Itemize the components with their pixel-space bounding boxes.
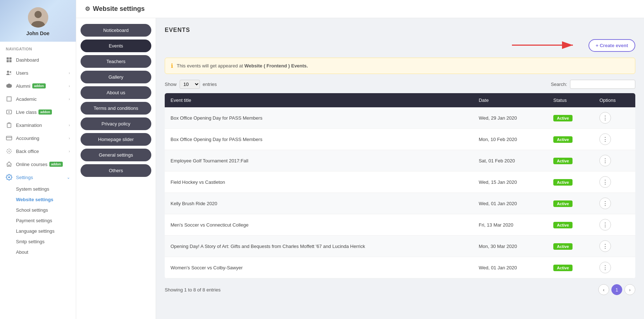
col-date: Date bbox=[473, 93, 547, 107]
status-badge: Active bbox=[553, 243, 573, 250]
show-entries: Show 10 25 50 100 entries bbox=[165, 80, 217, 89]
page-header: ⚙ Website settings bbox=[76, 0, 644, 18]
sidebar-item-about[interactable]: About bbox=[16, 247, 76, 257]
svg-rect-10 bbox=[7, 136, 12, 140]
entries-select[interactable]: 10 25 50 100 bbox=[180, 80, 200, 89]
row-options-button[interactable]: ⋮ bbox=[599, 133, 611, 145]
table-row: Field Hockey vs Castleton Wed, 15 Jan 20… bbox=[165, 171, 635, 193]
event-status-cell: Active bbox=[547, 257, 594, 278]
event-options-cell: ⋮ bbox=[594, 193, 635, 214]
user-name: John Doe bbox=[4, 30, 72, 36]
ws-nav-others[interactable]: Others bbox=[81, 164, 151, 177]
ws-nav-about-us[interactable]: About us bbox=[81, 86, 151, 99]
gear-icon: ⚙ bbox=[85, 5, 90, 12]
ws-nav-gallery[interactable]: Gallery bbox=[81, 71, 151, 83]
event-options-cell: ⋮ bbox=[594, 236, 635, 257]
sidebar-item-alumni[interactable]: Alumni addon › bbox=[0, 79, 76, 92]
sidebar-item-label: Back office bbox=[16, 149, 39, 154]
row-options-button[interactable]: ⋮ bbox=[599, 112, 611, 124]
search-control: Search: bbox=[551, 80, 635, 89]
sidebar-item-users[interactable]: Users › bbox=[0, 66, 76, 79]
row-options-button[interactable]: ⋮ bbox=[599, 240, 611, 252]
ws-nav-general-settings[interactable]: General settings bbox=[81, 149, 151, 161]
addon-badge: addon bbox=[32, 83, 46, 88]
info-banner: ℹ This events will get appeared at Websi… bbox=[165, 58, 635, 74]
sidebar-item-label: Dashboard bbox=[16, 57, 39, 63]
col-status: Status bbox=[547, 93, 594, 107]
event-date-cell: Sat, 01 Feb 2020 bbox=[473, 150, 547, 171]
page-1-button[interactable]: 1 bbox=[611, 284, 622, 295]
next-page-button[interactable]: › bbox=[624, 284, 635, 295]
table-row: Box Office Opening Day for PASS Members … bbox=[165, 107, 635, 129]
info-text: This events will get appeared at bbox=[177, 63, 244, 69]
sidebar-header: John Doe bbox=[0, 0, 76, 42]
chevron-icon: › bbox=[69, 97, 70, 101]
table-row: Box Office Opening Day for PASS Members … bbox=[165, 129, 635, 150]
ws-nav-events[interactable]: Events bbox=[81, 40, 151, 52]
sidebar-item-smtp-settings[interactable]: Smtp settings bbox=[16, 236, 76, 247]
entries-label: entries bbox=[203, 82, 217, 87]
sidebar-item-label: Accounting bbox=[16, 136, 39, 141]
create-event-button[interactable]: + Create event bbox=[588, 39, 635, 52]
sidebar-item-academic[interactable]: Academic › bbox=[0, 92, 76, 105]
sidebar-item-back-office[interactable]: Back office › bbox=[0, 145, 76, 158]
prev-page-button[interactable]: ‹ bbox=[598, 284, 609, 295]
row-options-button[interactable]: ⋮ bbox=[599, 219, 611, 231]
ws-nav-teachers[interactable]: Teachers bbox=[81, 55, 151, 68]
ws-nav-noticeboard[interactable]: Noticeboard bbox=[81, 24, 151, 37]
col-options: Options bbox=[594, 93, 635, 107]
sidebar-item-school-settings[interactable]: School settings bbox=[16, 205, 76, 215]
table-footer: Showing 1 to 8 of 8 entries ‹ 1 › bbox=[165, 278, 635, 295]
ws-nav-privacy[interactable]: Privacy policy bbox=[81, 117, 151, 130]
sidebar-item-label: Alumni bbox=[16, 83, 30, 89]
sidebar-item-accounting[interactable]: Accounting › bbox=[0, 132, 76, 145]
avatar bbox=[28, 7, 48, 28]
event-title-cell: Field Hockey vs Castleton bbox=[165, 171, 473, 193]
svg-point-7 bbox=[10, 71, 12, 73]
sidebar-item-online-courses[interactable]: Online courses addon bbox=[0, 158, 76, 171]
event-options-cell: ⋮ bbox=[594, 171, 635, 193]
showing-text: Showing 1 to 8 of 8 entries bbox=[165, 287, 221, 293]
event-status-cell: Active bbox=[547, 107, 594, 129]
sidebar-item-examination[interactable]: Examination › bbox=[0, 119, 76, 132]
chevron-icon: › bbox=[69, 123, 70, 127]
chevron-icon: › bbox=[69, 136, 70, 140]
event-status-cell: Active bbox=[547, 214, 594, 236]
settings-submenu: System settings Website settings School … bbox=[0, 184, 76, 257]
create-event-row: + Create event bbox=[165, 39, 635, 52]
sidebar-item-payment-settings[interactable]: Payment settings bbox=[16, 215, 76, 226]
website-settings-nav: Noticeboard Events Teachers Gallery Abou… bbox=[76, 18, 156, 319]
sidebar-item-dashboard[interactable]: Dashboard bbox=[0, 53, 76, 66]
event-title-cell: Kelly Brush Ride 2020 bbox=[165, 193, 473, 214]
sidebar-item-website-settings[interactable]: Website settings bbox=[16, 194, 76, 205]
event-options-cell: ⋮ bbox=[594, 107, 635, 129]
row-options-button[interactable]: ⋮ bbox=[599, 155, 611, 166]
sidebar-item-label: Academic bbox=[16, 96, 37, 102]
table-row: Men's Soccer vs Connecticut College Fri,… bbox=[165, 214, 635, 236]
event-title-cell: Box Office Opening Day for PASS Members bbox=[165, 107, 473, 129]
table-controls: Show 10 25 50 100 entries Search: bbox=[165, 80, 635, 89]
event-title-cell: Employee Golf Tournament 2017:Fall bbox=[165, 150, 473, 171]
event-date-cell: Wed, 01 Jan 2020 bbox=[473, 257, 547, 278]
row-options-button[interactable]: ⋮ bbox=[599, 176, 611, 188]
events-content: EVENTS + Create event bbox=[156, 18, 644, 319]
ws-nav-homepage-slider[interactable]: Homepage slider bbox=[81, 133, 151, 146]
event-status-cell: Active bbox=[547, 150, 594, 171]
events-table: Event title Date Status Options Box Offi… bbox=[165, 93, 635, 278]
event-date-cell: Mon, 10 Feb 2020 bbox=[473, 129, 547, 150]
row-options-button[interactable]: ⋮ bbox=[599, 198, 611, 209]
status-badge: Active bbox=[553, 136, 573, 143]
sidebar-item-system-settings[interactable]: System settings bbox=[16, 184, 76, 194]
sidebar-item-settings[interactable]: Settings ⌄ bbox=[0, 171, 76, 184]
row-options-button[interactable]: ⋮ bbox=[599, 262, 611, 273]
sidebar-item-language-settings[interactable]: Language settings bbox=[16, 226, 76, 236]
status-badge: Active bbox=[553, 115, 573, 121]
events-title: EVENTS bbox=[165, 27, 635, 33]
svg-marker-9 bbox=[9, 111, 11, 113]
arrow-indicator bbox=[512, 40, 577, 51]
ws-nav-terms[interactable]: Terms and conditions bbox=[81, 102, 151, 115]
table-row: Employee Golf Tournament 2017:Fall Sat, … bbox=[165, 150, 635, 171]
sidebar-item-live-class[interactable]: Live class addon bbox=[0, 105, 76, 119]
chevron-icon: › bbox=[69, 84, 70, 88]
search-input[interactable] bbox=[570, 80, 635, 89]
